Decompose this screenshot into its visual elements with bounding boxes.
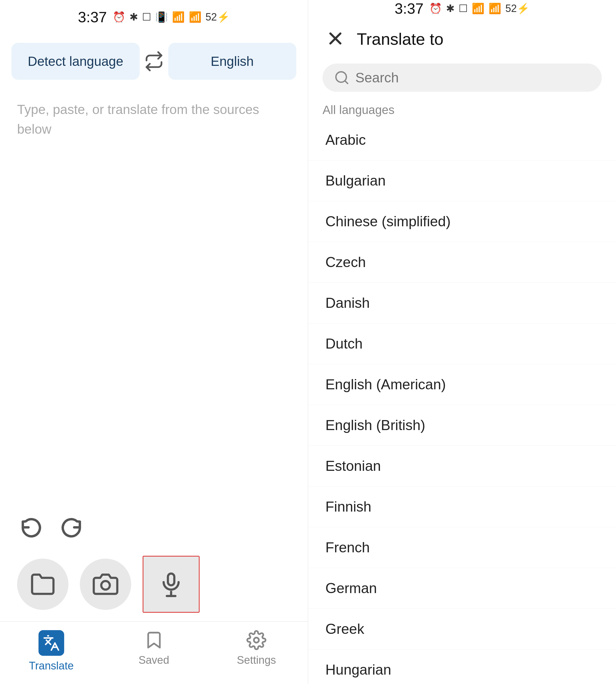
left-time: 3:37: [78, 8, 107, 26]
nav-saved[interactable]: Saved: [103, 630, 205, 666]
language-list-item[interactable]: French: [308, 527, 616, 568]
language-list-item[interactable]: Danish: [308, 283, 616, 323]
language-list-item[interactable]: Chinese (simplified): [308, 201, 616, 242]
language-list-item[interactable]: English (American): [308, 364, 616, 405]
right-status-icons: ⏰ ✱ ☐ 📶 📶 52⚡: [429, 3, 530, 15]
svg-point-0: [101, 581, 110, 590]
language-bar: Detect language English: [0, 34, 308, 88]
nav-translate[interactable]: Translate: [0, 630, 103, 672]
language-list-item[interactable]: German: [308, 568, 616, 609]
search-input[interactable]: [355, 70, 590, 86]
language-list-item[interactable]: Dutch: [308, 323, 616, 364]
bottom-nav: Translate Saved Settings: [0, 621, 308, 684]
language-list-item[interactable]: Hungarian: [308, 649, 616, 684]
left-status-icons: ⏰ ✱ ☐ 📳 📶 📶 52⚡: [113, 11, 230, 23]
right-alarm-icon: ⏰: [429, 3, 442, 15]
language-list-item[interactable]: Arabic: [308, 120, 616, 160]
bottom-input-icons: [0, 547, 308, 621]
left-status-bar: 3:37 ⏰ ✱ ☐ 📳 📶 📶 52⚡: [0, 0, 308, 34]
bluetooth-icon: ✱: [130, 11, 138, 23]
swap-languages-button[interactable]: [140, 47, 168, 75]
language-list-item[interactable]: Czech: [308, 242, 616, 283]
language-list-item[interactable]: Greek: [308, 609, 616, 649]
english-language-button[interactable]: English: [168, 43, 296, 80]
settings-nav-label: Settings: [237, 654, 276, 666]
right-time: 3:37: [395, 0, 423, 17]
nfc-icon: ☐: [142, 11, 151, 23]
right-signal-icon: 📶: [488, 3, 501, 15]
svg-rect-1: [168, 574, 175, 585]
svg-point-4: [254, 638, 259, 643]
right-panel: 3:37 ⏰ ✱ ☐ 📶 📶 52⚡ Translate to All lang…: [308, 0, 616, 684]
language-list-item[interactable]: Estonian: [308, 446, 616, 486]
translate-nav-icon: [39, 630, 64, 656]
undo-button[interactable]: [17, 512, 46, 542]
input-area[interactable]: Type, paste, or translate from the sourc…: [0, 88, 308, 506]
microphone-button[interactable]: [142, 556, 200, 613]
svg-line-8: [345, 81, 348, 84]
left-panel: 3:37 ⏰ ✱ ☐ 📳 📶 📶 52⚡ Detect language Eng…: [0, 0, 308, 684]
close-button[interactable]: [323, 26, 348, 52]
language-list-item[interactable]: English (British): [308, 405, 616, 446]
translate-to-title: Translate to: [357, 29, 443, 48]
redo-button[interactable]: [57, 512, 86, 542]
search-icon: [334, 70, 350, 86]
search-container[interactable]: [323, 64, 602, 92]
right-battery-icon: 52⚡: [505, 3, 530, 15]
vibrate-icon: 📳: [155, 11, 168, 23]
translate-to-header: Translate to: [308, 17, 616, 58]
input-placeholder: Type, paste, or translate from the sourc…: [17, 102, 259, 137]
language-list: ArabicBulgarianChinese (simplified)Czech…: [308, 120, 616, 684]
battery-icon: 52⚡: [206, 11, 230, 23]
translate-nav-label: Translate: [29, 660, 73, 672]
all-languages-label: All languages: [308, 100, 616, 120]
undo-redo-bar: [0, 506, 308, 547]
right-wifi-icon: 📶: [472, 3, 485, 15]
saved-nav-label: Saved: [139, 654, 169, 666]
right-nfc-icon: ☐: [459, 3, 468, 15]
signal-icon: 📶: [189, 11, 202, 23]
language-list-item[interactable]: Finnish: [308, 486, 616, 527]
wifi-icon: 📶: [172, 11, 185, 23]
right-status-bar: 3:37 ⏰ ✱ ☐ 📶 📶 52⚡: [308, 0, 616, 17]
nav-settings[interactable]: Settings: [205, 630, 308, 666]
detect-language-button[interactable]: Detect language: [12, 43, 140, 80]
camera-button[interactable]: [80, 558, 131, 610]
alarm-icon: ⏰: [113, 11, 126, 23]
language-list-item[interactable]: Bulgarian: [308, 160, 616, 201]
folder-button[interactable]: [17, 558, 68, 610]
right-bluetooth-icon: ✱: [446, 3, 455, 15]
